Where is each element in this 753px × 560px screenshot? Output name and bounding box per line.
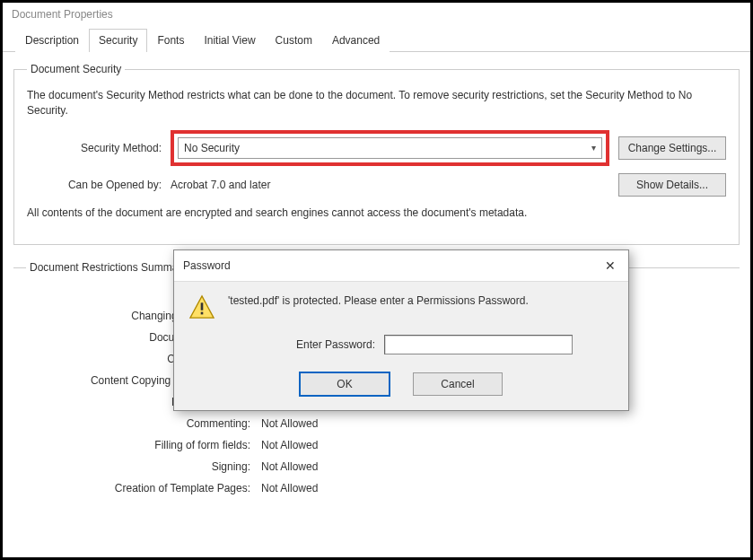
enter-password-label: Enter Password: xyxy=(296,338,375,351)
tab-initial-view[interactable]: Initial View xyxy=(194,29,265,52)
document-security-legend: Document Security xyxy=(27,63,125,75)
cancel-button[interactable]: Cancel xyxy=(413,372,503,396)
password-dialog: Password ✕ 'tested.pdf' is protected. Pl… xyxy=(173,249,629,411)
ok-button[interactable]: OK xyxy=(300,372,390,396)
tab-security[interactable]: Security xyxy=(89,29,147,52)
security-method-row: Security Method: No Security ▾ Change Se… xyxy=(27,130,726,166)
encryption-note: All contents of the document are encrypt… xyxy=(27,206,726,221)
tabs-bar: Description Security Fonts Initial View … xyxy=(3,24,750,52)
restriction-key: Creation of Template Pages: xyxy=(26,482,250,494)
password-row: Enter Password: xyxy=(296,335,614,354)
opened-by-row: Can be Opened by: Acrobat 7.0 and later … xyxy=(27,173,726,197)
tab-advanced[interactable]: Advanced xyxy=(322,29,390,52)
restriction-key: Filling of form fields: xyxy=(26,439,250,451)
opened-by-value: Acrobat 7.0 and later xyxy=(171,179,609,191)
restriction-value: Not Allowed xyxy=(261,460,727,473)
svg-rect-1 xyxy=(201,302,204,310)
chevron-down-icon: ▾ xyxy=(591,143,596,153)
security-method-value: No Security xyxy=(184,142,240,154)
dialog-buttons: OK Cancel xyxy=(188,372,614,396)
security-description: The document's Security Method restricts… xyxy=(27,88,726,119)
svg-rect-2 xyxy=(201,312,204,315)
restriction-row: Filling of form fields:Not Allowed xyxy=(26,439,727,451)
dialog-body: 'tested.pdf' is protected. Please enter … xyxy=(174,282,628,410)
opened-by-label: Can be Opened by: xyxy=(27,179,162,191)
password-input[interactable] xyxy=(384,335,573,354)
tab-description[interactable]: Description xyxy=(15,29,89,52)
restriction-row: Creation of Template Pages:Not Allowed xyxy=(26,482,727,494)
security-method-label: Security Method: xyxy=(27,142,162,154)
dialog-message-row: 'tested.pdf' is protected. Please enter … xyxy=(188,294,614,322)
show-details-button[interactable]: Show Details... xyxy=(618,173,726,197)
window-title: Document Properties xyxy=(3,3,750,24)
restriction-value: Not Allowed xyxy=(261,482,727,494)
security-method-highlight: No Security ▾ xyxy=(171,130,609,166)
restriction-key: Commenting: xyxy=(26,417,250,430)
document-security-group: Document Security The document's Securit… xyxy=(13,63,740,245)
dialog-title: Password xyxy=(183,259,231,272)
restriction-value: Not Allowed xyxy=(261,417,727,430)
change-settings-button[interactable]: Change Settings... xyxy=(618,136,726,160)
tab-custom[interactable]: Custom xyxy=(266,29,322,52)
security-method-select[interactable]: No Security ▾ xyxy=(178,137,602,159)
dialog-message: 'tested.pdf' is protected. Please enter … xyxy=(228,294,529,307)
tab-fonts[interactable]: Fonts xyxy=(147,29,194,52)
restrictions-legend: Document Restrictions Summary xyxy=(26,261,190,274)
restriction-row: Signing:Not Allowed xyxy=(26,460,727,473)
dialog-titlebar: Password ✕ xyxy=(174,250,628,282)
warning-icon xyxy=(188,294,215,322)
restriction-value: Not Allowed xyxy=(261,439,727,451)
close-icon[interactable]: ✕ xyxy=(598,256,623,276)
window-frame: Document Properties Description Security… xyxy=(0,0,753,560)
restriction-key: Signing: xyxy=(26,460,250,473)
restriction-row: Commenting:Not Allowed xyxy=(26,417,727,430)
